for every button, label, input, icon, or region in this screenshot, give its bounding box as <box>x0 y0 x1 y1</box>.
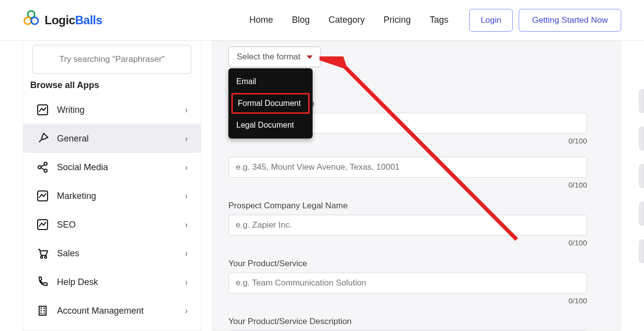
sidebar: Browse all Apps Writing › General › Soci… <box>23 41 201 331</box>
svg-point-6 <box>38 166 41 169</box>
rail-tab[interactable] <box>639 89 644 113</box>
svg-line-10 <box>41 168 44 170</box>
main-panel: Select the format Email Formal Document … <box>212 41 621 331</box>
format-option-email[interactable]: Email <box>228 71 313 92</box>
svg-point-14 <box>45 256 47 258</box>
chevron-right-icon: › <box>185 191 187 201</box>
char-counter: 0/100 <box>228 238 587 247</box>
chart-icon <box>36 189 49 202</box>
sidebar-item-label: Account Management <box>57 306 144 316</box>
nav-tags[interactable]: Tags <box>429 15 448 25</box>
rail-tab[interactable] <box>639 164 644 188</box>
sidebar-item-social-media[interactable]: Social Media › <box>23 153 201 182</box>
format-select-label: Select the format <box>237 52 301 62</box>
sidebar-item-label: Help Desk <box>57 277 98 287</box>
logo-mark-icon <box>23 10 40 30</box>
cart-icon <box>36 247 49 260</box>
getting-started-button[interactable]: Getting Started Now <box>519 9 621 32</box>
char-counter: 0/100 <box>228 296 587 305</box>
char-counter: 0/100 <box>228 181 587 189</box>
format-option-formal-document[interactable]: Formal Document <box>231 93 310 114</box>
primary-nav: Home Blog Category Pricing Tags <box>249 15 448 25</box>
nav-home[interactable]: Home <box>249 15 273 25</box>
product-service-input[interactable] <box>228 273 587 293</box>
nav-pricing[interactable]: Pricing <box>383 15 411 25</box>
chevron-right-icon: › <box>185 134 187 144</box>
sidebar-item-help-desk[interactable]: Help Desk › <box>23 268 201 296</box>
sidebar-item-sales[interactable]: Sales › <box>23 239 201 268</box>
sidebar-item-writing[interactable]: Writing › <box>23 95 201 124</box>
chart-icon <box>36 103 49 116</box>
product-description-label: Your Product/Service Description <box>228 317 605 327</box>
chevron-right-icon: › <box>185 306 187 316</box>
format-option-legal-document[interactable]: Legal Document <box>228 115 313 136</box>
sidebar-item-label: SEO <box>57 220 76 230</box>
svg-point-13 <box>41 256 43 258</box>
logo-text: LogicBalls <box>45 13 102 27</box>
svg-line-5 <box>39 139 42 142</box>
product-service-label: Your Product/Service <box>228 259 605 269</box>
chevron-right-icon: › <box>185 220 187 230</box>
phone-icon <box>36 276 49 288</box>
search-input[interactable] <box>36 48 188 70</box>
sidebar-item-general[interactable]: General › <box>23 124 201 153</box>
right-rail <box>639 89 644 263</box>
form-group: Prospect Company Legal Name 0/100 <box>228 201 605 247</box>
svg-point-8 <box>44 169 47 172</box>
sidebar-item-label: Sales <box>57 248 79 259</box>
svg-point-2 <box>31 17 38 24</box>
chevron-right-icon: › <box>185 248 187 259</box>
prospect-company-label: Prospect Company Legal Name <box>228 201 605 211</box>
rail-tab[interactable] <box>639 202 644 226</box>
svg-line-9 <box>41 165 44 167</box>
rail-tab[interactable] <box>639 239 644 263</box>
sidebar-item-business[interactable]: Business › <box>23 325 201 331</box>
rail-tab[interactable] <box>639 127 644 150</box>
search-wrap <box>32 45 192 74</box>
logo[interactable]: LogicBalls <box>23 10 102 30</box>
form-group: Your Product/Service Description 0/100 <box>228 317 605 331</box>
sidebar-item-marketing[interactable]: Marketing › <box>23 182 201 210</box>
caret-down-icon <box>307 55 313 59</box>
nav-blog[interactable]: Blog <box>292 15 310 25</box>
chevron-right-icon: › <box>185 105 187 115</box>
browse-all-apps-title: Browse all Apps <box>30 80 194 91</box>
format-dropdown-menu: Email Formal Document Legal Document <box>228 68 313 139</box>
building-icon <box>36 304 49 317</box>
form-group: Your Product/Service 0/100 <box>228 259 605 305</box>
svg-point-1 <box>24 17 31 24</box>
svg-rect-15 <box>39 306 46 315</box>
field-label-partial: me <box>303 99 605 109</box>
sidebar-item-label: Marketing <box>57 191 96 201</box>
sidebar-item-seo[interactable]: SEO › <box>23 210 201 239</box>
sidebar-item-account-management[interactable]: Account Management › <box>23 296 201 325</box>
chevron-right-icon: › <box>185 277 187 287</box>
sidebar-item-label: General <box>57 134 89 144</box>
chevron-right-icon: › <box>185 162 187 173</box>
prospect-company-input[interactable] <box>228 215 587 236</box>
format-select[interactable]: Select the format <box>228 47 321 67</box>
company-address-input[interactable] <box>228 157 587 178</box>
category-list: Writing › General › Social Media › Marke… <box>23 95 201 331</box>
sidebar-item-label: Social Media <box>57 162 108 173</box>
sidebar-item-label: Writing <box>57 105 85 115</box>
login-button[interactable]: Login <box>469 9 513 32</box>
share-icon <box>36 161 49 174</box>
header: LogicBalls Home Blog Category Pricing Ta… <box>0 0 644 41</box>
nav-category[interactable]: Category <box>328 15 365 25</box>
form-group: 0/100 <box>228 157 605 189</box>
pin-icon <box>36 132 49 145</box>
chart-icon <box>36 218 49 231</box>
svg-point-7 <box>44 162 47 165</box>
